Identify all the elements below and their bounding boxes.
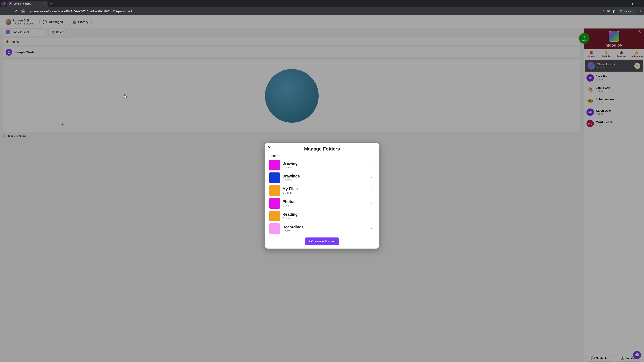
manage-folders-modal: ✕ Manage Folders Folders Drawing5 posts>…	[265, 143, 379, 249]
tab-strip: S Journal - Seesaw ✕ + — ▢ ✕	[0, 0, 644, 7]
folder-name: Recordings	[282, 225, 304, 229]
folder-row[interactable]: Photos1 post>	[269, 197, 376, 210]
browser-tab[interactable]: S Journal - Seesaw ✕	[8, 1, 48, 7]
folder-name: Drawings	[282, 174, 300, 178]
chevron-right-icon: >	[370, 176, 375, 179]
folder-name: Photos	[282, 199, 296, 204]
svg-point-1	[622, 11, 622, 12]
bookmark-star-icon[interactable]: ☆	[602, 9, 605, 13]
folders-section-label: Folders	[265, 154, 379, 159]
folder-post-count: 0 posts	[282, 191, 298, 195]
folder-post-count: 1 post	[282, 229, 304, 233]
extensions-icon[interactable]	[607, 9, 610, 13]
chevron-right-icon: >	[370, 202, 375, 205]
modal-close-button[interactable]: ✕	[268, 145, 271, 150]
chevron-right-icon: >	[370, 164, 375, 167]
back-button[interactable]: ←	[2, 9, 6, 13]
folders-list[interactable]: Drawing5 posts>Drawings0 posts>My Files0…	[265, 159, 379, 235]
modal-title: Manage Folders	[265, 146, 379, 154]
reload-button[interactable]: ⟳	[14, 9, 18, 13]
tab-title: Journal - Seesaw	[14, 2, 42, 5]
tune-icon	[22, 10, 24, 12]
puzzle-icon	[607, 9, 610, 12]
seesaw-favicon: S	[10, 2, 12, 5]
folder-color-swatch	[269, 185, 280, 196]
new-tab-button[interactable]: +	[49, 2, 54, 6]
folder-color-swatch	[269, 172, 280, 183]
folder-row[interactable]: Recordings1 post>	[269, 222, 376, 235]
side-panel-icon[interactable]: ◧	[612, 9, 615, 13]
folder-color-swatch	[269, 160, 280, 170]
folder-row[interactable]: Reading0 posts>	[269, 210, 376, 222]
folder-color-swatch	[269, 223, 280, 234]
folder-post-count: 0 posts	[282, 217, 298, 220]
incognito-chip[interactable]: Incognito	[618, 9, 636, 14]
chevron-right-icon: >	[370, 227, 375, 230]
chevron-right-icon: >	[370, 215, 375, 218]
incognito-icon	[620, 10, 623, 13]
folder-name: Drawing	[282, 161, 298, 166]
folder-row[interactable]: Drawing5 posts>	[269, 159, 376, 171]
app-root: Lauren Deli Teacher · 2 Classes 💬 Messag…	[0, 15, 644, 362]
folder-row[interactable]: My Files0 posts>	[269, 184, 376, 197]
close-window-button[interactable]: ✕	[637, 2, 641, 5]
forward-button[interactable]: →	[8, 9, 12, 13]
folder-post-count: 5 posts	[282, 166, 298, 169]
url-text[interactable]: app.seesaw.me/#/class/class.e01bf4c2-9a2…	[28, 10, 600, 13]
incognito-label: Incognito	[624, 10, 634, 13]
svg-point-0	[620, 11, 621, 12]
folder-color-swatch	[269, 211, 280, 221]
folder-post-count: 1 post	[282, 204, 296, 207]
folder-name: My Files	[282, 187, 298, 191]
tabs-dropdown-button[interactable]	[1, 1, 6, 6]
browser-menu-button[interactable]: ⋮	[638, 9, 642, 13]
chevron-down-icon	[3, 3, 5, 5]
browser-chrome: S Journal - Seesaw ✕ + — ▢ ✕ ← → ⟳ app.s…	[0, 0, 644, 15]
create-folder-button[interactable]: + Create a Folder!	[305, 238, 339, 245]
folder-color-swatch	[269, 198, 280, 209]
close-tab-button[interactable]: ✕	[44, 2, 46, 5]
window-controls: — ▢ ✕	[622, 2, 643, 5]
maximize-button[interactable]: ▢	[630, 2, 633, 5]
folder-name: Reading	[282, 212, 298, 217]
address-bar: ← → ⟳ app.seesaw.me/#/class/class.e01bf4…	[0, 7, 644, 15]
folder-post-count: 0 posts	[282, 178, 300, 182]
folder-row[interactable]: Drawings0 posts>	[269, 171, 376, 184]
chevron-right-icon: >	[370, 189, 375, 192]
minimize-button[interactable]: —	[622, 2, 626, 5]
site-info-button[interactable]	[21, 9, 26, 13]
